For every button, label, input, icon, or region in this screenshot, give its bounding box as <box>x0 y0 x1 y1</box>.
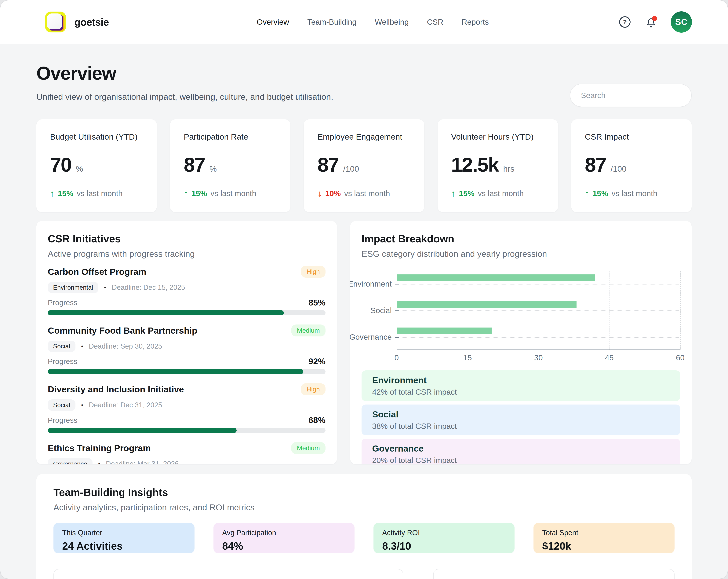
kpi-delta: 15% <box>459 189 474 198</box>
kpi-unit: hrs <box>503 164 515 174</box>
dot-separator: • <box>81 343 83 350</box>
kpi-trend: 10% vs last month <box>317 188 411 199</box>
kpi-delta: 15% <box>593 189 608 198</box>
stat-activity-roi: Activity ROI 8.3/10 <box>373 523 515 553</box>
down-arrow-icon <box>317 188 322 199</box>
up-arrow-icon <box>50 188 54 199</box>
stat-value: 24 Activities <box>62 540 186 552</box>
deadline-text: Deadline: Dec 15, 2025 <box>112 283 185 292</box>
app-window: goetsie Overview Team-Building Wellbeing… <box>0 0 728 579</box>
priority-badge: Medium <box>291 325 326 336</box>
stat-total-spent: Total Spent $120k <box>534 523 675 553</box>
impact-legend: Environment 42% of total CSR impact Soci… <box>362 370 680 464</box>
deadline-text: Deadline: Mar 31, 2026 <box>106 460 179 464</box>
legend-social: Social 38% of total CSR impact <box>362 404 680 435</box>
top-activities-card: Top Activities This Quarter (by cost) <box>433 569 675 579</box>
header-actions: ? SC <box>618 11 692 33</box>
x-axis-tick-label: 0 <box>394 353 399 362</box>
legend-title: Environment <box>372 375 670 385</box>
progress-label: Progress <box>48 416 77 424</box>
kpi-value: 12.5k <box>451 153 499 176</box>
legend-desc: 38% of total CSR impact <box>372 422 670 431</box>
kpi-label: CSR Impact <box>585 132 678 142</box>
kpi-label: Participation Rate <box>184 132 277 142</box>
initiative-name: Community Food Bank Partnership <box>48 325 197 336</box>
impact-chart: EnvironmentSocialGovernance 015304560 <box>356 271 680 361</box>
priority-badge: High <box>301 266 326 278</box>
stat-label: Total Spent <box>542 529 666 537</box>
initiative-ethics-training: Ethics Training Program Medium Governanc… <box>48 442 326 464</box>
main-nav: Overview Team-Building Wellbeing CSR Rep… <box>257 18 489 27</box>
impact-plot <box>397 271 680 350</box>
progress-bar-fill <box>48 310 284 316</box>
category-tag: Social <box>48 341 75 352</box>
x-axis-tick-label: 45 <box>605 353 614 362</box>
x-axis-tick-label: 60 <box>676 353 684 362</box>
stat-value: $120k <box>542 540 666 552</box>
stat-label: Activity ROI <box>382 529 506 537</box>
deadline-text: Deadline: Sep 30, 2025 <box>89 342 162 350</box>
help-button[interactable]: ? <box>618 16 631 28</box>
kpi-trend: 15% vs last month <box>585 188 678 199</box>
nav-item-overview[interactable]: Overview <box>257 18 289 27</box>
kpi-unit: /100 <box>610 164 627 174</box>
tb-title: Team-Building Insights <box>53 486 675 498</box>
dot-separator: • <box>104 284 106 291</box>
initiative-food-bank: Community Food Bank Partnership Medium S… <box>48 325 326 374</box>
legend-governance: Governance 20% of total CSR impact <box>362 439 680 464</box>
initiative-name: Ethics Training Program <box>48 443 151 453</box>
brand-logo-icon <box>45 11 66 32</box>
kpi-note: vs last month <box>344 189 390 198</box>
nav-item-team-building[interactable]: Team-Building <box>307 18 357 27</box>
priority-badge: Medium <box>291 442 326 454</box>
kpi-trend: 15% vs last month <box>50 188 143 199</box>
nav-item-wellbeing[interactable]: Wellbeing <box>375 18 409 27</box>
user-avatar[interactable]: SC <box>671 11 692 33</box>
stat-value: 84% <box>222 540 346 552</box>
kpi-value: 87 <box>317 153 339 176</box>
csr-card-title: CSR Initiatives <box>48 233 326 245</box>
notifications-button[interactable] <box>645 16 657 28</box>
impact-breakdown-card: Impact Breakdown ESG category distributi… <box>350 221 692 464</box>
impact-category-label: Social <box>356 297 397 324</box>
initiative-diversity-inclusion: Diversity and Inclusion Initiative High … <box>48 383 326 433</box>
page-title: Overview <box>36 62 692 84</box>
progress-bar <box>48 310 326 316</box>
impact-category-label: Environment <box>356 271 397 297</box>
impact-bar-social <box>397 301 576 308</box>
category-tag: Governance <box>48 458 93 464</box>
kpi-unit: % <box>209 164 217 174</box>
kpi-value: 70 <box>50 153 71 176</box>
kpi-delta: 15% <box>58 189 73 198</box>
legend-desc: 20% of total CSR impact <box>372 456 670 464</box>
tb-subtitle: Activity analytics, participation rates,… <box>53 503 675 512</box>
kpi-trend: 15% vs last month <box>184 188 277 199</box>
kpi-delta: 15% <box>191 189 207 198</box>
progress-bar <box>48 428 326 433</box>
gridline <box>609 271 610 350</box>
question-mark-icon: ? <box>618 16 631 28</box>
x-axis-tick-label: 30 <box>534 353 543 362</box>
impact-category-label: Governance <box>356 324 397 350</box>
dot-separator: • <box>81 402 83 408</box>
gridline <box>680 271 681 350</box>
participation-by-department-card: Participation Rate by Department <box>53 569 403 579</box>
priority-badge: High <box>301 383 326 395</box>
kpi-card-participation-rate: Participation Rate 87 % 15% vs last mont… <box>170 119 290 212</box>
up-arrow-icon <box>184 188 188 199</box>
kpi-card-volunteer-hours: Volunteer Hours (YTD) 12.5k hrs 15% vs l… <box>438 119 558 212</box>
search-input[interactable] <box>570 84 692 107</box>
brand[interactable]: goetsie <box>45 11 109 32</box>
nav-item-csr[interactable]: CSR <box>427 18 443 27</box>
stat-label: This Quarter <box>62 529 186 537</box>
progress-label: Progress <box>48 299 77 307</box>
nav-item-reports[interactable]: Reports <box>462 18 489 27</box>
progress-percent: 85% <box>308 298 326 308</box>
stat-avg-participation: Avg Participation 84% <box>213 523 355 553</box>
kpi-note: vs last month <box>210 189 256 198</box>
gridline <box>539 271 539 350</box>
kpi-card-budget-utilisation: Budget Utilisation (YTD) 70 % 15% vs las… <box>36 119 157 212</box>
brand-name: goetsie <box>74 16 109 28</box>
initiative-name: Diversity and Inclusion Initiative <box>48 384 184 395</box>
stat-this-quarter: This Quarter 24 Activities <box>53 523 194 553</box>
